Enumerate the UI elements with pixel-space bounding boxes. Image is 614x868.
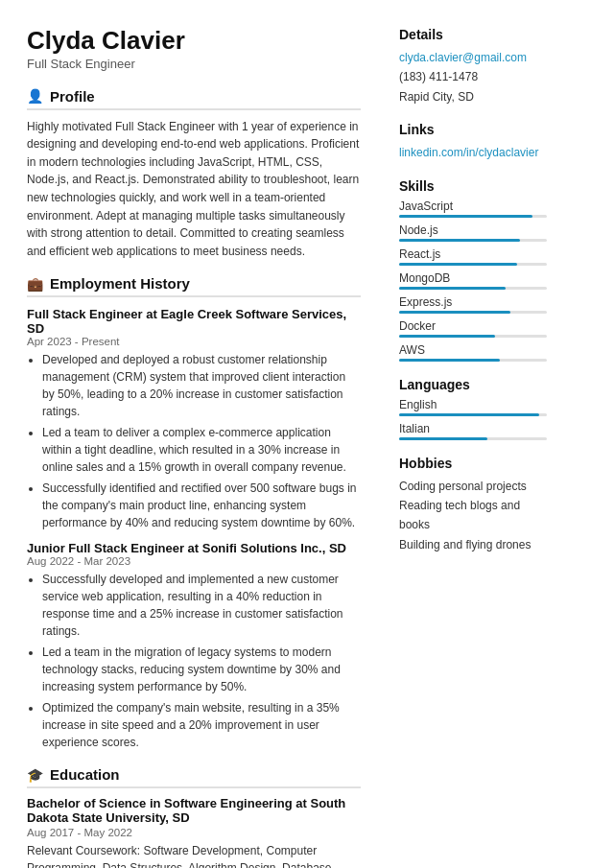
skill-name: JavaScript [399, 199, 547, 213]
profile-section: 👤 Profile Highly motivated Full Stack En… [27, 88, 361, 261]
language-item: English [399, 398, 547, 416]
hobby-item: Coding personal projects [399, 477, 547, 496]
skill-name: React.js [399, 247, 547, 261]
links-section: Links linkedin.com/in/clydaclavier [399, 122, 547, 162]
details-title: Details [399, 27, 547, 42]
skills-title: Skills [399, 178, 547, 194]
links-title: Links [399, 122, 547, 137]
left-column: Clyda Clavier Full Stack Engineer 👤 Prof… [0, 0, 384, 868]
skill-item: Docker [399, 319, 547, 338]
right-column: Details clyda.clavier@gmail.com (183) 41… [384, 0, 566, 868]
list-item: Successfully identified and rectified ov… [42, 480, 361, 531]
skill-bar-bg [399, 335, 547, 338]
skill-bar-bg [399, 263, 547, 266]
education-header: 🎓 Education [27, 766, 361, 788]
email-link[interactable]: clyda.clavier@gmail.com [399, 48, 547, 67]
lang-bar-fill [399, 437, 487, 440]
page: Clyda Clavier Full Stack Engineer 👤 Prof… [0, 0, 614, 868]
edu-degree: Bachelor of Science in Software Engineer… [27, 796, 361, 825]
employment-section: 💼 Employment History Full Stack Engineer… [27, 275, 361, 751]
employment-label: Employment History [50, 275, 190, 292]
skill-item: Express.js [399, 295, 547, 314]
skill-bar-fill [399, 263, 517, 266]
profile-icon: 👤 [27, 88, 43, 104]
profile-text: Highly motivated Full Stack Engineer wit… [27, 118, 361, 261]
employment-icon: 💼 [27, 276, 43, 292]
hobby-item: Reading tech blogs and books [399, 496, 547, 535]
skill-bar-fill [399, 335, 495, 338]
list-item: Optimized the company's main website, re… [42, 699, 361, 751]
skill-name: Node.js [399, 223, 547, 237]
job-2-dates: Aug 2022 - Mar 2023 [27, 555, 361, 567]
job-2-bullets: Successfully developed and implemented a… [27, 571, 361, 751]
job-1-bullets: Developed and deployed a robust customer… [27, 351, 361, 531]
skill-item: AWS [399, 343, 547, 362]
list-item: Successfully developed and implemented a… [42, 571, 361, 640]
skill-item: JavaScript [399, 199, 547, 218]
languages-container: English Italian [399, 398, 547, 440]
phone: (183) 411-1478 [399, 67, 547, 86]
lang-bar-bg [399, 437, 547, 440]
list-item: Developed and deployed a robust customer… [42, 351, 361, 420]
language-item: Italian [399, 422, 547, 440]
linkedin-link[interactable]: linkedin.com/in/clydaclavier [399, 143, 547, 162]
skill-name: MongoDB [399, 271, 547, 285]
skill-bar-bg [399, 311, 547, 314]
lang-bar-bg [399, 413, 547, 416]
location: Rapid City, SD [399, 87, 547, 106]
lang-name: Italian [399, 422, 547, 435]
skill-name: AWS [399, 343, 547, 357]
skill-bar-fill [399, 287, 506, 290]
employment-header: 💼 Employment History [27, 275, 361, 297]
skill-bar-fill [399, 239, 520, 242]
skill-bar-fill [399, 215, 532, 218]
edu-dates: Aug 2017 - May 2022 [27, 827, 361, 838]
profile-label: Profile [50, 88, 95, 105]
edu-coursework: Relevant Coursework: Software Developmen… [27, 842, 361, 868]
hobby-item: Building and flying drones [399, 535, 547, 554]
skill-bar-bg [399, 215, 547, 218]
profile-header: 👤 Profile [27, 88, 361, 110]
hobbies-container: Coding personal projectsReading tech blo… [399, 477, 547, 555]
skill-bar-bg [399, 287, 547, 290]
education-icon: 🎓 [27, 767, 43, 783]
hobbies-section: Hobbies Coding personal projectsReading … [399, 456, 547, 555]
skill-bar-bg [399, 239, 547, 242]
job-1-title: Full Stack Engineer at Eagle Creek Softw… [27, 307, 361, 336]
lang-bar-fill [399, 413, 539, 416]
coursework-label: Relevant Coursework: [27, 844, 140, 857]
skill-bar-fill [399, 311, 510, 314]
skill-bar-fill [399, 359, 500, 362]
lang-name: English [399, 398, 547, 411]
skill-item: MongoDB [399, 271, 547, 290]
education-label: Education [50, 766, 120, 783]
hobbies-title: Hobbies [399, 456, 547, 471]
skill-name: Docker [399, 319, 547, 333]
skill-item: Node.js [399, 223, 547, 242]
list-item: Led a team to deliver a complex e-commer… [42, 424, 361, 476]
details-section: Details clyda.clavier@gmail.com (183) 41… [399, 27, 547, 106]
skills-section: Skills JavaScript Node.js React.js Mongo… [399, 178, 547, 362]
list-item: Led a team in the migration of legacy sy… [42, 644, 361, 695]
skill-bar-bg [399, 359, 547, 362]
candidate-name: Clyda Clavier [27, 27, 361, 55]
skill-item: React.js [399, 247, 547, 266]
education-section: 🎓 Education Bachelor of Science in Softw… [27, 766, 361, 868]
skills-container: JavaScript Node.js React.js MongoDB Expr… [399, 199, 547, 362]
candidate-title: Full Stack Engineer [27, 57, 361, 71]
languages-section: Languages English Italian [399, 377, 547, 440]
skill-name: Express.js [399, 295, 547, 309]
job-1-dates: Apr 2023 - Present [27, 336, 361, 347]
languages-title: Languages [399, 377, 547, 392]
job-2-title: Junior Full Stack Engineer at Sonifi Sol… [27, 541, 361, 555]
